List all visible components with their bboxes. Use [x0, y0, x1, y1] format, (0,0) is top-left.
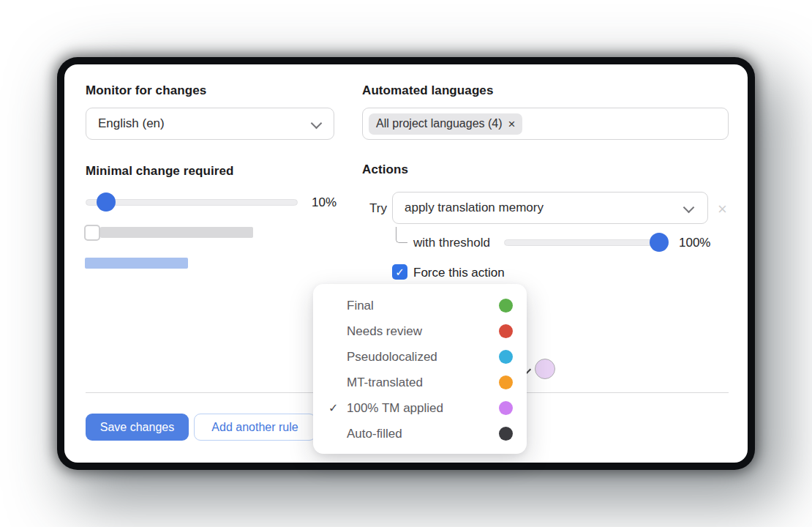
threshold-slider[interactable]	[504, 239, 669, 246]
menu-item-label: Needs review	[347, 324, 422, 339]
skeleton-bar-blue	[85, 258, 188, 269]
try-label: Try	[369, 201, 387, 216]
source-language-value: English (en)	[98, 116, 165, 131]
threshold-label: with threshold	[413, 236, 490, 250]
monitor-for-changes-label: Monitor for changes	[86, 83, 206, 98]
skeleton-checkbox[interactable]	[84, 225, 100, 241]
status-dot-icon	[499, 299, 513, 313]
remove-action-icon[interactable]: ×	[718, 201, 727, 217]
minimal-change-slider[interactable]	[86, 199, 298, 206]
menu-item-label: 100% TM applied	[347, 401, 443, 416]
threshold-value: 100%	[679, 236, 710, 250]
language-chip: All project languages (4) ×	[369, 113, 522, 135]
action-select[interactable]: apply translation memory	[392, 192, 708, 224]
check-icon: ✓	[395, 266, 405, 277]
menu-item-pseudolocalized[interactable]: Pseudolocalized	[313, 344, 527, 370]
actions-label: Actions	[362, 162, 408, 177]
threshold-slider-thumb[interactable]	[650, 233, 669, 252]
menu-item-100-tm-applied[interactable]: ✓ 100% TM applied	[313, 395, 527, 421]
save-button[interactable]: Save changes	[86, 414, 189, 441]
menu-item-label: Final	[347, 299, 374, 313]
status-dot-icon	[499, 375, 513, 389]
menu-item-final[interactable]: Final	[313, 293, 527, 318]
force-action-checkbox[interactable]: ✓	[392, 264, 407, 280]
chip-remove-icon[interactable]: ×	[508, 118, 516, 130]
menu-item-label: Auto-filled	[347, 427, 402, 441]
status-menu: Final Needs review Pseudolocalized MT-tr…	[313, 284, 527, 454]
rule-card: Monitor for changes English (en) Minimal…	[64, 64, 748, 463]
status-dot-icon	[499, 324, 513, 338]
skeleton-bar-gray	[100, 227, 253, 238]
check-icon: ✓	[328, 401, 345, 415]
menu-item-label: Pseudolocalized	[347, 350, 437, 365]
menu-item-label: MT-translated	[347, 375, 423, 390]
add-rule-button[interactable]: Add another rule	[194, 414, 316, 441]
minimal-change-slider-thumb[interactable]	[97, 193, 116, 212]
status-dot-icon	[499, 427, 513, 441]
source-language-select[interactable]: English (en)	[86, 108, 334, 140]
action-select-value: apply translation memory	[405, 201, 544, 215]
elbow-connector-icon	[396, 227, 407, 243]
minimal-change-label: Minimal change required	[86, 164, 234, 179]
menu-item-auto-filled[interactable]: Auto-filled	[313, 421, 527, 446]
chevron-down-icon	[683, 202, 695, 214]
automated-languages-input[interactable]: All project languages (4) ×	[362, 108, 729, 140]
chevron-down-icon	[311, 118, 323, 130]
language-chip-label: All project languages (4)	[376, 117, 503, 130]
automated-languages-label: Automated languages	[362, 83, 493, 98]
status-dot-icon	[499, 350, 513, 364]
status-dot-icon	[499, 401, 513, 415]
menu-item-needs-review[interactable]: Needs review	[313, 318, 527, 344]
force-action-label: Force this action	[413, 266, 505, 280]
menu-item-mt-translated[interactable]: MT-translated	[313, 370, 527, 395]
minimal-change-value: 10%	[298, 195, 337, 210]
status-color-preview[interactable]	[535, 359, 555, 379]
